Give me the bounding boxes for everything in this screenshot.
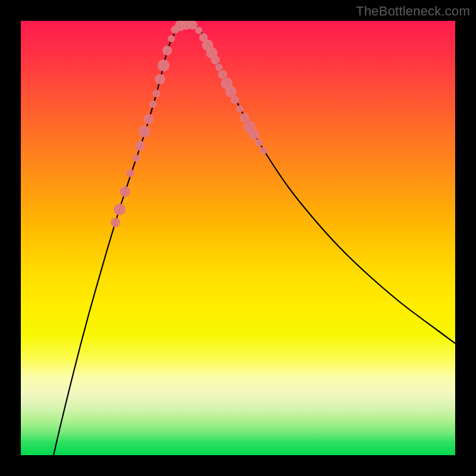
data-marker [218, 70, 227, 79]
data-marker [149, 101, 157, 108]
data-marker [114, 203, 126, 215]
data-marker [158, 60, 170, 71]
data-marker [133, 155, 140, 162]
data-marker [195, 27, 202, 34]
curve-group [54, 23, 455, 455]
data-marker [215, 64, 223, 71]
data-marker [143, 114, 154, 124]
data-marker [231, 96, 239, 104]
data-marker [153, 90, 161, 98]
chart-frame: TheBottleneck.com [0, 0, 476, 476]
data-marker [135, 141, 145, 151]
markers-group [111, 21, 267, 227]
chart-svg [21, 21, 455, 455]
data-marker [168, 35, 175, 42]
data-marker [249, 129, 259, 140]
watermark-text: TheBottleneck.com [356, 4, 470, 19]
data-marker [162, 46, 172, 55]
data-marker [120, 186, 130, 197]
data-marker [139, 126, 151, 137]
plot-area [21, 21, 455, 455]
data-marker [236, 105, 243, 112]
data-marker [255, 139, 262, 146]
data-marker [226, 86, 237, 98]
data-marker [260, 147, 267, 154]
data-marker [155, 74, 165, 84]
bottleneck-curve [54, 23, 455, 455]
data-marker [126, 169, 134, 177]
data-marker [211, 56, 220, 65]
data-marker [111, 218, 120, 227]
